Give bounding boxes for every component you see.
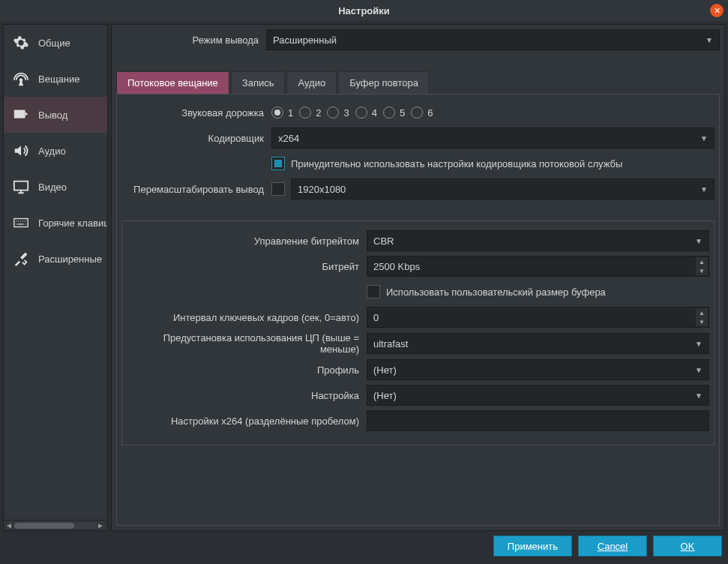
- sidebar-item-label: Вещание: [38, 74, 80, 85]
- sidebar-item-label: Видео: [38, 182, 67, 193]
- bitrate-label: Битрейт: [127, 261, 367, 272]
- window-title: Настройки: [338, 5, 390, 16]
- tune-value: (Нет): [373, 390, 397, 401]
- spin-up-icon[interactable]: ▲: [696, 257, 708, 266]
- sidebar-item-label: Вывод: [38, 110, 67, 121]
- audio-track-label: Звуковая дорожка: [121, 107, 271, 118]
- audio-track-radios: 1 2 3 4 5 6: [271, 106, 715, 118]
- chevron-down-icon: ▼: [700, 134, 708, 142]
- cpu-preset-dropdown[interactable]: ultrafast ▼: [367, 333, 709, 354]
- sidebar-scrollbar[interactable]: ◄ ►: [4, 520, 107, 530]
- bitrate-spinbox[interactable]: 2500 Kbps ▲▼: [367, 256, 709, 277]
- sidebar-item-label: Аудио: [38, 146, 66, 157]
- broadcast-icon: [11, 70, 31, 88]
- keyboard-icon: [11, 214, 31, 232]
- spin-down-icon[interactable]: ▼: [696, 317, 708, 326]
- chevron-down-icon: ▼: [706, 36, 713, 44]
- scroll-right-icon[interactable]: ►: [97, 521, 106, 530]
- sidebar-item-label: Общие: [38, 38, 70, 49]
- encoder-dropdown[interactable]: x264 ▼: [271, 128, 715, 148]
- chevron-down-icon: ▼: [695, 237, 703, 245]
- x264opts-label: Настройки x264 (разделённые пробелом): [127, 416, 367, 427]
- audio-track-6[interactable]: 6: [411, 106, 433, 118]
- encoder-label: Кодировщик: [121, 133, 271, 144]
- output-mode-dropdown[interactable]: Расширенный ▼: [266, 29, 720, 50]
- tune-label: Настройка: [127, 390, 367, 401]
- close-button[interactable]: ✕: [710, 4, 724, 17]
- rate-control-label: Управление битрейтом: [127, 236, 367, 247]
- profile-dropdown[interactable]: (Нет) ▼: [367, 359, 709, 380]
- encoder-value: x264: [278, 133, 299, 144]
- titlebar: Настройки ✕: [0, 0, 728, 21]
- sidebar-item-label: Расширенные: [38, 254, 102, 265]
- monitor-icon: [11, 178, 31, 196]
- apply-button[interactable]: Применить: [493, 536, 572, 556]
- audio-track-3[interactable]: 3: [327, 106, 349, 118]
- rate-control-dropdown[interactable]: CBR ▼: [367, 230, 709, 251]
- svg-rect-3: [14, 219, 28, 227]
- sidebar-item-output[interactable]: Вывод: [4, 97, 107, 133]
- svg-rect-1: [14, 110, 25, 118]
- sidebar-item-audio[interactable]: Аудио: [4, 133, 107, 169]
- rate-control-value: CBR: [373, 236, 394, 247]
- profile-label: Профиль: [127, 364, 367, 376]
- sidebar-item-label: Горячие клавиши: [38, 218, 107, 229]
- tab-replay-buffer[interactable]: Буфер повтора: [338, 71, 430, 94]
- main-panel: Режим вывода Расширенный ▼ Потоковое вещ…: [111, 24, 725, 531]
- sidebar-item-general[interactable]: Общие: [4, 25, 107, 61]
- output-icon: [11, 106, 31, 124]
- gear-icon: [11, 34, 31, 52]
- custom-buffer-label: Использовать пользовательский размер буф…: [386, 286, 606, 298]
- audio-track-5[interactable]: 5: [383, 106, 405, 118]
- keyint-spinbox[interactable]: 0 ▲▼: [367, 307, 709, 328]
- tab-audio[interactable]: Аудио: [286, 71, 337, 94]
- scroll-left-icon[interactable]: ◄: [5, 521, 14, 530]
- tab-panel-streaming: Звуковая дорожка 1 2 3 4 5 6 Кодировщик …: [116, 94, 720, 526]
- sidebar-item-advanced[interactable]: Расширенные: [4, 241, 107, 277]
- audio-track-4[interactable]: 4: [355, 106, 377, 118]
- chevron-down-icon: ▼: [695, 392, 703, 400]
- audio-track-1[interactable]: 1: [271, 106, 293, 118]
- svg-rect-2: [14, 182, 28, 190]
- chevron-down-icon: ▼: [695, 340, 703, 348]
- chevron-down-icon: ▼: [695, 366, 703, 374]
- audio-track-2[interactable]: 2: [299, 106, 321, 118]
- enforce-encoder-checkbox[interactable]: [271, 157, 285, 170]
- sidebar-item-video[interactable]: Видео: [4, 169, 107, 205]
- bitrate-value: 2500 Kbps: [373, 261, 420, 272]
- tab-recording[interactable]: Запись: [231, 71, 286, 94]
- cpu-preset-value: ultrafast: [373, 338, 408, 350]
- output-mode-value: Расширенный: [273, 34, 337, 46]
- rescale-label: Перемасштабировать вывод: [121, 184, 271, 195]
- spin-down-icon[interactable]: ▼: [696, 266, 708, 275]
- dialog-footer: Применить Cancel OK: [0, 534, 728, 560]
- sidebar-item-hotkeys[interactable]: Горячие клавиши: [4, 205, 107, 241]
- tools-icon: [11, 250, 31, 268]
- x264opts-input[interactable]: [367, 410, 709, 431]
- sidebar-item-stream[interactable]: Вещание: [4, 61, 107, 97]
- rescale-checkbox[interactable]: [271, 182, 285, 196]
- tune-dropdown[interactable]: (Нет) ▼: [367, 385, 709, 406]
- enforce-encoder-label: Принудительно использовать настройки код…: [291, 158, 622, 170]
- cpu-preset-label: Предустановка использования ЦП (выше = м…: [127, 332, 367, 355]
- output-mode-label: Режим вывода: [116, 34, 266, 46]
- ok-button[interactable]: OK: [653, 536, 722, 556]
- encoder-settings-section: Управление битрейтом CBR ▼ Битрейт 2500 …: [121, 220, 715, 446]
- sidebar: Общие Вещание Вывод Аудио Видео Горячие …: [3, 24, 108, 531]
- custom-buffer-checkbox[interactable]: [367, 285, 380, 298]
- cancel-button[interactable]: Cancel: [578, 536, 647, 556]
- profile-value: (Нет): [373, 364, 397, 376]
- output-tabs: Потоковое вещание Запись Аудио Буфер пов…: [116, 71, 720, 94]
- chevron-down-icon: ▼: [700, 185, 708, 194]
- keyint-value: 0: [373, 312, 379, 323]
- speaker-icon: [11, 142, 31, 160]
- keyint-label: Интервал ключевых кадров (сек, 0=авто): [127, 312, 367, 323]
- rescale-dropdown[interactable]: 1920x1080 ▼: [291, 178, 715, 200]
- spin-up-icon[interactable]: ▲: [696, 308, 708, 317]
- tab-streaming[interactable]: Потоковое вещание: [116, 71, 229, 94]
- rescale-value: 1920x1080: [298, 184, 346, 195]
